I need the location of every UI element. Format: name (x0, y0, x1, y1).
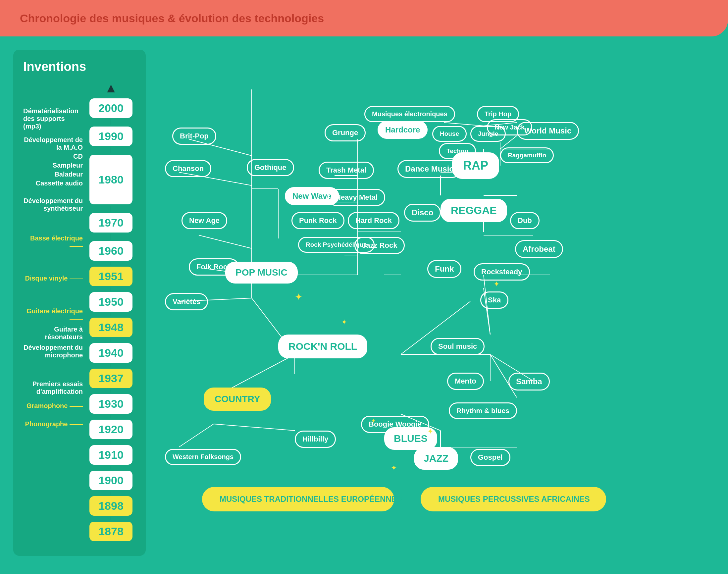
genre-gothique[interactable]: Gothique (247, 159, 294, 176)
genre-world-music[interactable]: World Music (517, 122, 579, 140)
genre-chanson[interactable]: Chanson (165, 160, 211, 177)
sparkle-1: ✦ (295, 291, 302, 302)
year-1930: 1930 (89, 394, 132, 414)
svg-line-40 (444, 123, 484, 126)
genre-punk-rock[interactable]: Punk Rock (291, 212, 345, 229)
timeline: ▲ 2000 1990 1980 1970 1960 1951 1950 194… (89, 80, 132, 542)
label-phonographe: Phonographe —— (25, 415, 83, 433)
label-guitare-elec: Guitare électrique —— (23, 306, 83, 324)
sparkle-4: ✦ (391, 464, 397, 472)
year-1900: 1900 (89, 471, 132, 490)
genre-western-folksongs[interactable]: Western Folksongs (165, 449, 241, 465)
inventions-title: Inventions (23, 59, 136, 74)
year-1910: 1910 (89, 445, 132, 465)
genre-afrobeat[interactable]: Afrobeat (515, 240, 563, 258)
year-1898: 1898 (89, 496, 132, 516)
genre-mento[interactable]: Mento (447, 373, 484, 390)
genre-funk[interactable]: Funk (427, 260, 461, 278)
genre-heavy-metal[interactable]: Heavy Metal (328, 189, 385, 206)
genre-rocknroll[interactable]: ROCK'N ROLL (278, 334, 367, 358)
genre-house[interactable]: House (432, 126, 467, 142)
label-gramophone: Gramophone —— (27, 397, 83, 415)
year-1937: 1937 (89, 369, 132, 388)
svg-line-4 (179, 424, 214, 447)
label-guitare-res: Guitare à résonateurs (23, 324, 83, 342)
label-amplification: Premiers essais d'amplification (23, 379, 83, 397)
label-microphone: Développement du microphone (23, 342, 83, 360)
year-1940: 1940 (89, 343, 132, 363)
label-1980-group: Développement de la M.A.O CD Sampleur Ba… (23, 128, 83, 195)
sparkle-3: ✦ (427, 427, 433, 436)
genre-rocksteady[interactable]: Rocksteady (474, 263, 530, 281)
year-1990: 1990 (89, 126, 132, 146)
sparkle-2: ✦ (341, 318, 347, 327)
svg-line-9 (199, 235, 252, 248)
genre-reggae[interactable]: REGGAE (441, 199, 507, 222)
year-1878: 1878 (89, 522, 132, 541)
left-panel: Inventions Dématérialisation des support… (13, 50, 146, 556)
year-2000: 2000 (89, 98, 132, 118)
sparkle-6: ✦ (371, 417, 376, 425)
up-arrow: ▲ (104, 80, 118, 95)
genre-dub[interactable]: Dub (510, 212, 539, 229)
genre-samba[interactable]: Samba (509, 373, 550, 391)
genre-rap[interactable]: RAP (452, 152, 499, 179)
year-1948: 1948 (89, 318, 132, 337)
music-map: Musiques électroniques Trip Hop New Jack… (152, 50, 721, 561)
genre-raggamuffin[interactable]: Raggamuffin (500, 148, 554, 163)
year-1980: 1980 (89, 155, 132, 204)
genre-country[interactable]: COUNTRY (204, 387, 271, 411)
genre-dance-music[interactable]: Dance Music (398, 160, 461, 178)
genre-jazz-rock[interactable]: Jazz Rock (354, 237, 405, 254)
genre-new-age[interactable]: New Age (181, 212, 227, 229)
sparkle-5: ✦ (493, 280, 499, 288)
genre-jungle[interactable]: Jungle (470, 126, 506, 142)
genre-jazz[interactable]: JAZZ (414, 447, 458, 470)
label-vinyle: Disque vinyle —— (25, 269, 83, 287)
label-mp3: Dématérialisation des supports (mp3) (23, 109, 83, 128)
label-basse: Basse électrique —— (23, 233, 83, 251)
year-1920: 1920 (89, 420, 132, 439)
genre-varietes[interactable]: Variétés (165, 293, 208, 310)
genre-disco[interactable]: Disco (404, 204, 441, 221)
year-1951: 1951 (89, 266, 132, 286)
genre-hardcore[interactable]: Hardcore (377, 121, 428, 139)
header-bar: Chronologie des musiques & évolution des… (0, 0, 728, 36)
year-1970: 1970 (89, 213, 132, 233)
genre-hillbilly[interactable]: Hillbilly (295, 430, 336, 448)
genre-musiques-electroniques[interactable]: Musiques électroniques (364, 106, 455, 122)
genre-brit-pop[interactable]: Brit-Pop (172, 127, 216, 145)
year-1950: 1950 (89, 292, 132, 312)
genre-trash-metal[interactable]: Trash Metal (319, 162, 374, 179)
genre-rhythm-blues[interactable]: Rhythm & blues (449, 402, 517, 419)
label-synth: Développement du synthétiseur (23, 195, 83, 215)
genre-grunge[interactable]: Grunge (325, 124, 366, 141)
genre-ska[interactable]: Ska (480, 291, 509, 309)
genre-hard-rock[interactable]: Hard Rock (348, 212, 399, 229)
genre-soul-music[interactable]: Soul music (431, 338, 485, 355)
page-title: Chronologie des musiques & évolution des… (20, 12, 324, 25)
year-1960: 1960 (89, 241, 132, 261)
genre-gospel[interactable]: Gospel (470, 449, 511, 466)
map-container: Musiques électroniques Trip Hop New Jack… (152, 50, 721, 561)
genre-musiques-traditionnelles[interactable]: MUSIQUES TRADITIONNELLES EUROPÉENNES (202, 487, 394, 511)
genre-pop-music[interactable]: POP MUSIC (225, 262, 298, 284)
svg-line-30 (214, 424, 295, 430)
genre-musiques-percussives[interactable]: MUSIQUES PERCUSSIVES AFRICAINES (421, 487, 606, 511)
